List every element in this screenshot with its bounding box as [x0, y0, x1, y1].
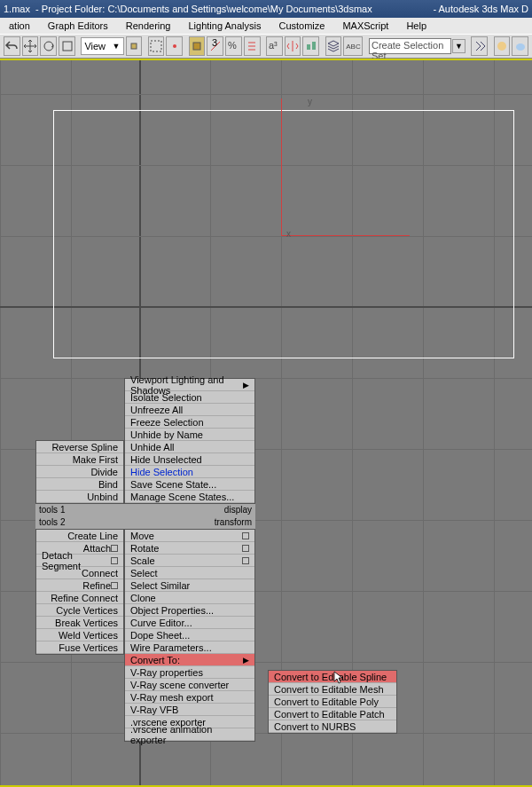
menu-bar: ation Graph Editors Rendering Lighting A…	[0, 18, 532, 34]
menu-item[interactable]: Hide Unselected	[125, 453, 254, 466]
menu-item[interactable]: Select Similar	[125, 579, 254, 592]
y-axis-label: y	[308, 97, 312, 106]
menu-item[interactable]: Break Vertices	[36, 617, 123, 629]
teapot-icon[interactable]	[512, 36, 528, 56]
chevron-down-icon: ▼	[113, 42, 121, 51]
menu-item[interactable]: Make First	[36, 453, 123, 466]
mirror-icon[interactable]	[285, 36, 301, 56]
option-box-icon[interactable]	[242, 557, 249, 564]
menu-item[interactable]: Bind	[36, 478, 123, 491]
menu-item[interactable]: Save Scene State...	[125, 478, 254, 491]
menu-item[interactable]: Manage Scene States...	[125, 491, 254, 503]
option-box-icon[interactable]	[111, 545, 118, 552]
menu-item[interactable]: Unhide All	[125, 441, 254, 453]
option-box-icon[interactable]	[242, 545, 249, 552]
menu-item[interactable]: Convert to Editable Poly	[269, 696, 396, 708]
menu-help[interactable]: Help	[399, 19, 434, 33]
menu-ation[interactable]: ation	[2, 19, 37, 33]
menu-item[interactable]: Rotate	[125, 542, 254, 555]
menu-item[interactable]: Select	[125, 567, 254, 579]
svg-text:3: 3	[212, 39, 217, 48]
menu-item[interactable]: V-Ray properties	[125, 666, 254, 679]
menu-item[interactable]: Unhide by Name	[125, 429, 254, 441]
submenu-arrow-icon: ▶	[243, 656, 249, 665]
manipulate-icon[interactable]	[166, 36, 183, 56]
keyframe-icon[interactable]	[471, 36, 488, 56]
menu-maxscript[interactable]: MAXScript	[335, 19, 395, 33]
menu-item[interactable]: Scale	[125, 555, 254, 567]
menu-item[interactable]: Unbind	[36, 491, 123, 503]
svg-point-4	[173, 44, 176, 48]
reference-coord-dropdown[interactable]: View▼	[81, 37, 123, 55]
menu-rendering[interactable]: Rendering	[119, 19, 178, 33]
option-box-icon[interactable]	[111, 557, 118, 564]
spinner-snap-icon[interactable]	[244, 36, 261, 56]
snap-angle-icon[interactable]: 3	[207, 36, 223, 56]
menu-item[interactable]: Cycle Vertices	[36, 604, 123, 617]
title-bar: 1.max - Project Folder: C:\Documents and…	[0, 0, 532, 18]
svg-text:%: %	[228, 40, 237, 51]
snap-toggle-icon[interactable]	[189, 36, 206, 56]
quad-head-display: display	[124, 504, 255, 516]
menu-item[interactable]: Refine	[36, 579, 123, 592]
quad-head-transform: transform	[124, 516, 255, 529]
menu-item[interactable]: Detach Segment	[36, 555, 123, 567]
menu-item[interactable]: Viewport Lighting and Shadows▶	[125, 379, 254, 391]
quad-head-tools1: tools 1	[35, 504, 124, 516]
menu-item[interactable]: Divide	[36, 466, 123, 478]
scale-icon[interactable]	[59, 36, 75, 56]
menu-item[interactable]: Curve Editor...	[125, 617, 254, 629]
svg-rect-1	[63, 42, 72, 51]
svg-point-0	[44, 42, 53, 51]
menu-graph-editors[interactable]: Graph Editors	[41, 19, 115, 33]
menu-customize[interactable]: Customize	[271, 19, 332, 33]
menu-item[interactable]: Move	[125, 530, 254, 542]
mouse-cursor-icon	[333, 671, 348, 687]
x-axis-label: x	[286, 229, 291, 239]
menu-item[interactable]: Dope Sheet...	[125, 629, 254, 641]
menu-item[interactable]: Weld Vertices	[36, 629, 123, 641]
menu-item[interactable]: .vrscene animation exporter	[125, 728, 254, 741]
convert-submenu: Convert to Editable SplineConvert to Edi…	[268, 670, 397, 734]
menu-lighting-analysis[interactable]: Lighting Analysis	[182, 19, 269, 33]
render-icon[interactable]	[494, 36, 511, 56]
rotate-icon[interactable]	[40, 36, 57, 56]
snap-percent-icon[interactable]: %	[225, 36, 242, 56]
menu-item[interactable]: Convert to Editable Patch	[269, 708, 396, 720]
menu-item[interactable]: Convert to NURBS	[269, 720, 396, 733]
option-box-icon[interactable]	[111, 582, 118, 589]
menu-item[interactable]: Freeze Selection	[125, 416, 254, 429]
menu-item[interactable]: Reverse Spline	[36, 441, 123, 453]
menu-item[interactable]: Hide Selection	[125, 466, 254, 478]
menu-item[interactable]: Refine Connect	[36, 592, 123, 604]
menu-item[interactable]: Clone	[125, 592, 254, 604]
viewport[interactable]: y x Reverse SplineMake FirstDivideBindUn…	[0, 59, 532, 787]
layers-icon[interactable]	[325, 36, 342, 56]
pivot-icon[interactable]	[126, 36, 143, 56]
undo-icon[interactable]	[4, 36, 20, 56]
menu-item[interactable]: Fuse Vertices	[36, 641, 123, 654]
option-box-icon[interactable]	[242, 532, 249, 539]
menu-item[interactable]: Convert to Editable Mesh	[269, 683, 396, 696]
menu-item[interactable]: V-Ray VFB	[125, 704, 254, 716]
menu-item[interactable]: Wire Parameters...	[125, 641, 254, 654]
abc-icon[interactable]: ABC	[343, 36, 363, 56]
menu-item[interactable]: Unfreeze All	[125, 404, 254, 416]
menu-item[interactable]: Convert to Editable Spline	[269, 671, 396, 683]
selection-set-dropdown[interactable]: Create Selection Set	[369, 38, 451, 54]
axis-gizmo[interactable]: y x	[281, 98, 282, 236]
move-icon[interactable]	[22, 36, 39, 56]
svg-rect-3	[151, 41, 161, 51]
menu-item[interactable]: Convert To:▶	[125, 654, 254, 666]
chevron-down-icon[interactable]: ▼	[452, 39, 466, 53]
rectangle-object[interactable]	[53, 110, 514, 358]
menu-item[interactable]: Object Properties...	[125, 604, 254, 617]
app-name: - Autodesk 3ds Max D	[433, 4, 528, 14]
named-sel-icon[interactable]: a³	[266, 36, 283, 56]
menu-item[interactable]: V-Ray mesh export	[125, 691, 254, 704]
align-icon[interactable]	[302, 36, 319, 56]
menu-item[interactable]: V-Ray scene converter	[125, 679, 254, 691]
svg-rect-9	[307, 44, 310, 50]
select-icon[interactable]	[148, 36, 165, 56]
menu-item[interactable]: Create Line	[36, 530, 123, 542]
